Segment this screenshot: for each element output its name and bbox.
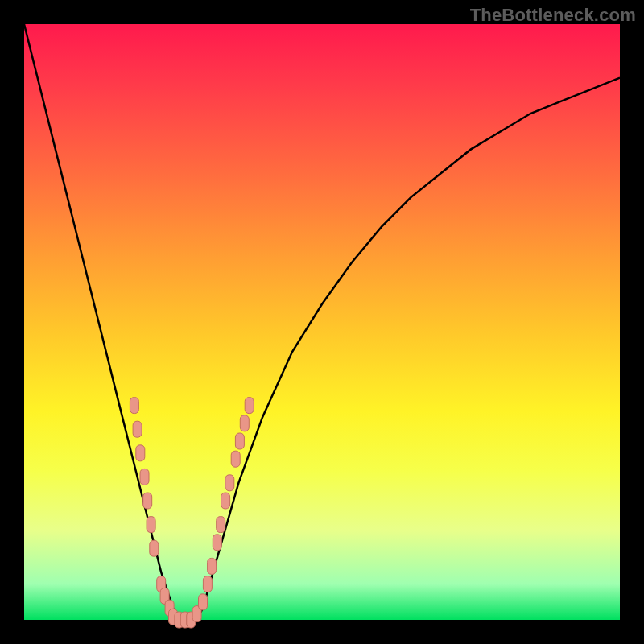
- data-marker: [240, 415, 249, 431]
- data-marker: [203, 576, 212, 592]
- data-marker: [133, 421, 142, 437]
- data-marker: [150, 540, 159, 556]
- data-markers: [130, 398, 254, 628]
- data-marker: [143, 493, 152, 509]
- data-marker: [136, 445, 145, 461]
- chart-stage: TheBottleneck.com: [0, 0, 644, 644]
- watermark-text: TheBottleneck.com: [470, 5, 636, 26]
- data-marker: [199, 594, 208, 610]
- bottleneck-curve: [24, 24, 620, 620]
- data-marker: [221, 493, 230, 509]
- data-marker: [130, 398, 138, 414]
- data-marker: [217, 517, 225, 533]
- data-marker: [245, 398, 254, 414]
- data-marker: [225, 475, 234, 491]
- data-marker: [208, 558, 217, 574]
- data-marker: [147, 517, 155, 533]
- data-marker: [140, 469, 149, 485]
- data-marker: [213, 535, 221, 551]
- plot-area: [24, 24, 620, 620]
- chart-svg: [24, 24, 620, 620]
- data-marker: [235, 433, 244, 449]
- data-marker: [231, 451, 240, 467]
